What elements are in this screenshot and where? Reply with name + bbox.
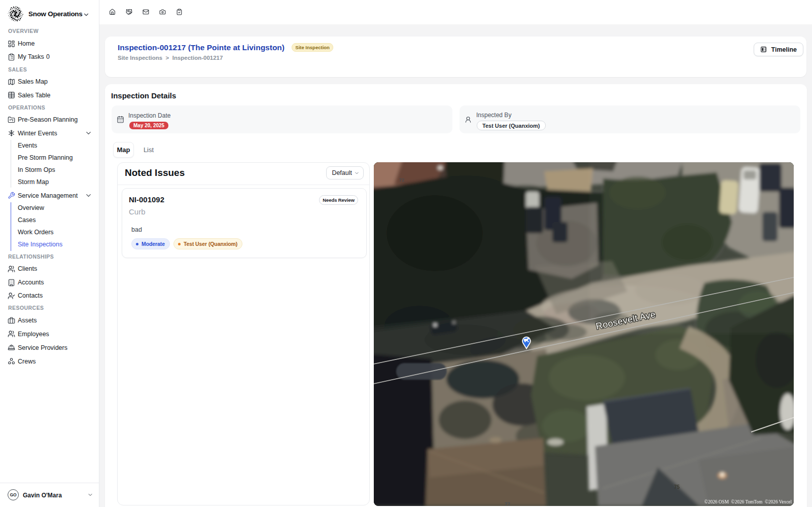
svg-text:©2026 OSM ©2026 TomTom ©2026: ©2026 OSM ©2026 TomTom ©2026 Vexcel bbox=[704, 499, 792, 504]
svg-text:75: 75 bbox=[674, 484, 680, 490]
svg-text:72: 72 bbox=[399, 177, 405, 183]
svg-text:77: 77 bbox=[505, 502, 511, 506]
